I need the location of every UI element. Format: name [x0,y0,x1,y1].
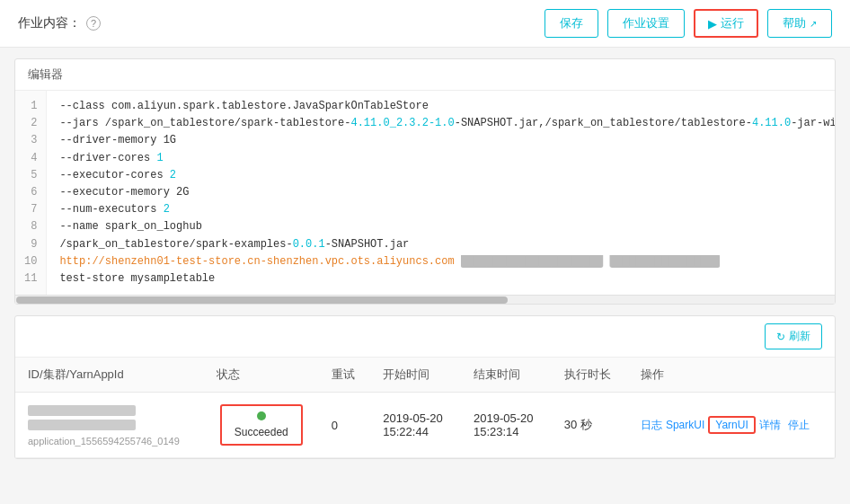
stop-link[interactable]: 停止 [788,418,810,433]
col-status: 状态 [204,358,319,393]
code-line-1: --class com.aliyun.spark.tablestore.Java… [59,98,822,115]
start-date: 2019-05-20 [383,411,448,425]
save-button[interactable]: 保存 [545,9,598,38]
row-start-cell: 2019-05-20 15:22:44 [370,393,461,458]
table-row: application_1556594255746_0149 Succeeded… [15,393,835,458]
row-id-cell: application_1556594255746_0149 [15,393,204,458]
code-line-8: --name spark_on_loghub [59,218,822,235]
scrollbar-thumb[interactable] [16,296,508,304]
run-button[interactable]: ▶ 运行 [694,9,758,38]
line-numbers: 12345 67891011 [15,91,47,295]
refresh-button[interactable]: ↻ 刷新 [765,323,822,349]
top-bar-actions: 保存 作业设置 ▶ 运行 帮助 ↗ [545,9,832,38]
run-label: 运行 [721,15,744,31]
results-table: ID/集群/YarnAppId 状态 重试 开始时间 结束时间 执行时长 操作 … [15,358,835,458]
status-dot-icon [257,411,266,420]
code-line-9: /spark_on_tablestore/spark-examples-0.0.… [59,236,822,253]
results-section: ↻ 刷新 ID/集群/YarnAppId 状态 重试 开始时间 结束时间 执行时… [14,315,836,459]
help-label: 帮助 [783,16,806,30]
code-line-11: test-store mysampletable [59,270,822,287]
application-id: application_1556594255746_0149 [28,436,191,447]
row-end-cell: 2019-05-20 15:23:14 [461,393,552,458]
id-blurred-2 [28,420,136,430]
row-action-cell: 日志 SparkUI YarnUI 详情 停止 [628,393,835,458]
job-content-label: 作业内容： ? [18,15,101,31]
editor-section: 编辑器 12345 67891011 --class com.aliyun.sp… [14,58,836,305]
editor-title: 编辑器 [15,59,835,91]
top-bar: 作业内容： ? 保存 作业设置 ▶ 运行 帮助 ↗ [0,0,850,48]
end-time: 15:23:14 [474,425,539,438]
results-toolbar: ↻ 刷新 [15,316,835,358]
code-line-7: --num-executors 2 [59,201,822,218]
code-line-5: --executor-cores 2 [59,167,822,184]
retry-value: 0 [332,419,338,432]
status-box: Succeeded [220,404,303,446]
job-settings-button[interactable]: 作业设置 [607,9,685,38]
status-label: Succeeded [235,426,288,438]
run-icon: ▶ [708,17,717,31]
start-time: 15:22:44 [383,425,448,438]
horizontal-scrollbar[interactable] [15,295,835,304]
job-content-text: 作业内容： [18,15,81,31]
help-circle-icon[interactable]: ? [86,16,101,31]
help-button[interactable]: 帮助 ↗ [767,9,832,38]
duration-value: 30 秒 [564,418,592,431]
code-line-10: http://shenzehn01-test-store.cn-shenzhen… [59,253,822,270]
col-end: 结束时间 [461,358,552,393]
col-duration: 执行时长 [552,358,628,393]
yarnui-button[interactable]: YarnUI [708,416,755,434]
col-id: ID/集群/YarnAppId [15,358,204,393]
col-retry: 重试 [319,358,371,393]
log-link[interactable]: 日志 [641,418,662,433]
code-line-3: --driver-memory 1G [59,132,822,149]
col-start: 开始时间 [370,358,461,393]
external-link-icon: ↗ [810,19,817,29]
table-header: ID/集群/YarnAppId 状态 重试 开始时间 结束时间 执行时长 操作 [15,358,835,393]
code-line-2: --jars /spark_on_tablestore/spark-tables… [59,115,822,132]
row-retry-cell: 0 [319,393,371,458]
row-status-cell: Succeeded [204,393,319,458]
end-date: 2019-05-20 [474,411,539,425]
code-editor[interactable]: --class com.aliyun.spark.tablestore.Java… [47,91,835,295]
action-links: 日志 SparkUI YarnUI 详情 停止 [641,416,822,434]
table-body: application_1556594255746_0149 Succeeded… [15,393,835,458]
detail-link[interactable]: 详情 [759,418,781,433]
code-line-6: --executor-memory 2G [59,184,822,201]
code-line-4: --driver-cores 1 [59,150,822,167]
sparkui-link[interactable]: SparkUI [666,419,704,431]
col-action: 操作 [628,358,835,393]
row-duration-cell: 30 秒 [552,393,628,458]
refresh-label: 刷新 [789,329,810,344]
refresh-icon: ↻ [776,331,785,343]
editor-body[interactable]: 12345 67891011 --class com.aliyun.spark.… [15,91,835,295]
id-blurred-1 [28,405,136,416]
